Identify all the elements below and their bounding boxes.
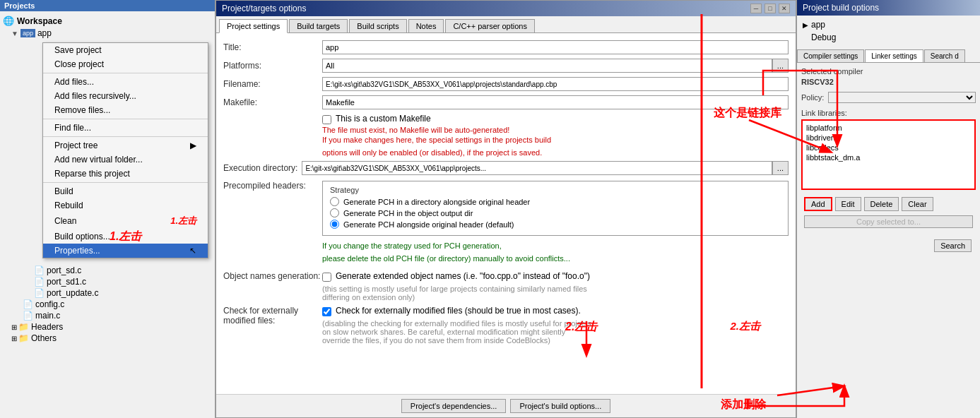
right-tab-compiler[interactable]: Compiler settings [797, 49, 864, 62]
maximize-button[interactable]: □ [764, 4, 776, 13]
project-dependencies-button[interactable]: Project's dependencies... [401, 399, 507, 413]
platforms-dots-button[interactable]: ... [772, 59, 789, 73]
dialog-title-text: Project/targets options [222, 4, 306, 13]
search-button[interactable]: Search [934, 239, 972, 252]
radio-row-1: Generate PCH in the object output dir [330, 208, 781, 217]
file-icon-config: 📄 [23, 299, 33, 309]
platforms-label: Platforms: [223, 61, 322, 71]
radio-pch-0[interactable] [330, 197, 339, 206]
workspace-item[interactable]: 🌐 Workspace [0, 14, 215, 28]
radio-pch-1[interactable] [330, 208, 339, 217]
tab-notes[interactable]: Notes [408, 19, 444, 32]
right-panel-title: Project build options [797, 0, 980, 16]
clean-menu-item[interactable]: Clean 1.左击 [43, 213, 208, 229]
tab-project-settings[interactable]: Project settings [219, 19, 288, 33]
filename-row: Filename: [223, 77, 789, 91]
right-tree-app[interactable]: ▶ app [800, 18, 977, 31]
add-virtual-folder-menu-item[interactable]: Add new virtual folder... [43, 153, 208, 167]
tab-cpp-parser[interactable]: C/C++ parser options [445, 19, 535, 32]
lib-item-3[interactable]: libbtstack_dm.a [805, 153, 972, 162]
policy-select[interactable] [828, 92, 976, 103]
right-tree-debug[interactable]: Debug [800, 31, 977, 44]
port-update-item[interactable]: 📄 port_update.c [0, 287, 215, 299]
delete-lib-button[interactable]: Delete [864, 197, 899, 211]
radio-pch-2[interactable] [330, 220, 339, 229]
build-options-menu-item[interactable]: Build options... [43, 229, 208, 244]
build-menu-item[interactable]: Build [43, 184, 208, 198]
warning-text: The file must exist, no Makefile will be… [322, 126, 789, 134]
filename-input[interactable] [322, 77, 789, 91]
platforms-input[interactable] [322, 59, 772, 73]
custom-makefile-label: This is a custom Makefile [336, 114, 431, 124]
port-sd1-item[interactable]: 📄 port_sd1.c [0, 276, 215, 287]
app-item[interactable]: ▼ app app [0, 28, 215, 39]
tab-build-scripts[interactable]: Build scripts [349, 19, 406, 32]
rebuild-menu-item[interactable]: Rebuild [43, 198, 208, 213]
build-label: Build [54, 186, 73, 196]
execution-dir-row: Execution directory: ... [223, 161, 789, 175]
properties-menu-item[interactable]: Properties... ↖ [43, 244, 208, 258]
step1-label: 1.左击 [170, 215, 196, 227]
execution-dir-input-group: ... [302, 161, 789, 175]
close-project-menu-item[interactable]: Close project [43, 57, 208, 71]
minimize-button[interactable]: ─ [750, 4, 762, 13]
add-lib-button[interactable]: Add [804, 197, 832, 211]
find-file-menu-item[interactable]: Find file... [43, 121, 208, 135]
reparse-menu-item[interactable]: Reparse this project [43, 167, 208, 181]
expand-icon: ▼ [11, 30, 18, 37]
custom-makefile-checkbox[interactable] [322, 115, 331, 124]
clear-lib-button[interactable]: Clear [902, 197, 933, 211]
info-text-1: If you make changes here, the special se… [322, 136, 789, 144]
execution-dir-input[interactable] [302, 161, 772, 175]
close-button[interactable]: ✕ [779, 4, 790, 13]
separator-1 [43, 73, 208, 73]
title-input[interactable] [322, 40, 789, 54]
add-virtual-folder-label: Add new virtual folder... [54, 155, 143, 165]
edit-lib-button[interactable]: Edit [835, 197, 861, 211]
lib-item-2[interactable]: libcodecs [805, 143, 972, 153]
check-external-checkbox[interactable] [322, 307, 331, 316]
port-sd-item[interactable]: 📄 port_sd.c [0, 265, 215, 276]
add-files-menu-item[interactable]: Add files... [43, 75, 208, 89]
expand-icon-headers: ⊞ [11, 323, 17, 331]
obj-names-checkbox[interactable] [322, 273, 331, 282]
main-label: main.c [35, 311, 60, 321]
link-libraries-box[interactable]: libplatform libdrivers libcodecs libbtst… [801, 119, 976, 190]
title-row: Title: [223, 40, 789, 54]
center-dialog: Project/targets options ─ □ ✕ Project se… [216, 0, 796, 418]
main-item[interactable]: 📄 main.c [0, 310, 215, 321]
project-build-options-button[interactable]: Project's build options... [510, 399, 610, 413]
add-files-recursively-menu-item[interactable]: Add files recursively... [43, 89, 208, 103]
radio-row-2: Generate PCH alongside original header (… [330, 220, 781, 229]
lib-item-1[interactable]: libdrivers [805, 133, 972, 143]
execution-dir-dots-button[interactable]: ... [772, 161, 789, 175]
folder-icon-headers: 📁 [18, 322, 29, 332]
obj-names-content: Generate extended object names (i.e. "fo… [322, 271, 789, 301]
rebuild-label: Rebuild [54, 201, 83, 210]
right-tab-linker[interactable]: Linker settings [865, 49, 923, 62]
save-project-label: Save project [54, 45, 102, 55]
save-project-menu-item[interactable]: Save project [43, 43, 208, 57]
tab-build-targets[interactable]: Build targets [289, 19, 348, 32]
copy-selected-button[interactable]: Copy selected to... [804, 215, 973, 228]
lib-item-0[interactable]: libplatform [805, 123, 972, 133]
others-label: Others [31, 333, 57, 343]
makefile-input[interactable] [322, 95, 789, 109]
reparse-label: Reparse this project [54, 169, 130, 179]
obj-names-info: (this setting is mostly useful for large… [322, 285, 789, 293]
build-options-label: Build options... [54, 232, 110, 241]
add-files-recursively-label: Add files recursively... [54, 91, 136, 101]
precompiled-row: Precompiled headers: Strategy Generate P… [223, 181, 789, 267]
remove-files-menu-item[interactable]: Remove files... [43, 103, 208, 117]
others-folder[interactable]: ⊞ 📁 Others [0, 333, 215, 344]
project-tree-menu-item[interactable]: Project tree ▶ [43, 138, 208, 153]
check-external-info1: (disabling the checking for externally m… [322, 319, 789, 328]
arrow-cursor-icon: ↖ [189, 246, 196, 256]
right-tab-search[interactable]: Search d [924, 49, 965, 62]
config-item[interactable]: 📄 config.c [0, 299, 215, 310]
headers-folder[interactable]: ⊞ 📁 Headers [0, 321, 215, 333]
check-external-label: Check for externally modified files: [223, 306, 322, 326]
radio-label-0: Generate PCH in a directory alongside or… [343, 198, 530, 206]
precompiled-content: Strategy Generate PCH in a directory alo… [322, 181, 789, 267]
obj-names-row: Object names generation: Generate extend… [223, 271, 789, 301]
